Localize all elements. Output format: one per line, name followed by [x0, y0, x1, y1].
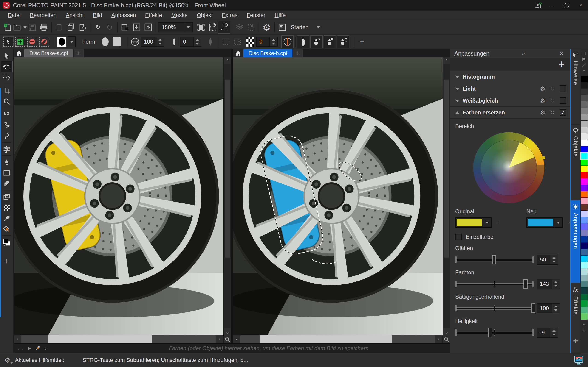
docker-tab-anpassungen[interactable]: Anpassungen	[571, 200, 580, 283]
chevron-down-icon[interactable]	[455, 76, 459, 78]
guidelines-button[interactable]	[218, 21, 230, 33]
chevron-up-icon[interactable]	[455, 111, 459, 114]
docker-tab-effekte[interactable]: fx Effekte	[571, 283, 580, 340]
scroll-right-icon[interactable]: ›	[435, 335, 442, 343]
palette-swatch[interactable]	[581, 172, 588, 178]
palette-swatch[interactable]	[581, 89, 588, 95]
palette-swatch[interactable]	[581, 268, 588, 275]
clone-tool[interactable]	[1, 109, 12, 120]
minimize-button[interactable]: –	[545, 0, 560, 10]
palette-swatch[interactable]	[581, 178, 588, 185]
palette-swatch[interactable]	[581, 230, 588, 236]
scroll-up-icon[interactable]: ⌃	[443, 57, 450, 64]
nib-size-spinbox[interactable]: 100	[141, 37, 156, 47]
menu-objekt[interactable]: Objekt	[192, 10, 217, 20]
mask-marquee-toggle[interactable]	[234, 21, 245, 33]
new-document-button[interactable]	[2, 21, 13, 33]
eyedropper-icon[interactable]	[498, 219, 499, 226]
mask-expand-icon[interactable]	[220, 36, 232, 48]
slider-handle[interactable]	[523, 279, 527, 289]
palette-swatch[interactable]	[581, 133, 588, 140]
color-proof-icon[interactable]	[574, 356, 584, 365]
rectangle-tool[interactable]	[1, 167, 12, 178]
strip-play-icon[interactable]: ▶	[28, 346, 31, 351]
original-color-picker[interactable]	[455, 217, 492, 227]
palette-swatch[interactable]	[581, 217, 588, 223]
reset-icon[interactable]: ↺	[550, 109, 555, 116]
original-color-chip[interactable]	[456, 218, 483, 227]
home-tab-icon[interactable]	[233, 49, 243, 57]
palette-scroll-down-icon[interactable]: ⌄	[580, 321, 588, 327]
save-button[interactable]	[27, 21, 38, 33]
hscrollbar-right[interactable]: ‹ ›	[233, 335, 450, 343]
mask-transform-tool[interactable]	[1, 72, 12, 83]
document-tab-b[interactable]: Disc Brake-b.cpt	[243, 49, 292, 57]
menu-fenster[interactable]: Fenster	[242, 10, 270, 20]
menu-maske[interactable]: Maske	[167, 10, 192, 20]
crop-tool[interactable]	[1, 85, 12, 96]
text-tool[interactable]: 字	[1, 144, 12, 154]
palette-swatch[interactable]	[581, 185, 588, 191]
starten-dropdown-arrow[interactable]	[317, 26, 320, 28]
color-drop-strip[interactable]: ⋮⋮ ▶ ‹ Farben (oder Objekte) hierher zie…	[14, 343, 450, 353]
helligkeit-value-box[interactable]: -9	[536, 327, 550, 338]
open-button[interactable]	[13, 21, 27, 33]
palette-swatch[interactable]	[581, 307, 588, 313]
object-pick-tool[interactable]	[1, 191, 12, 202]
add-adjustment-button[interactable]: +	[559, 59, 565, 69]
docker-tab-hinweise[interactable]: ? Hinweise	[571, 49, 580, 125]
import-button[interactable]	[120, 21, 131, 33]
close-button[interactable]: ×	[574, 0, 588, 10]
menu-bild[interactable]: Bild	[88, 10, 107, 20]
einzelfarbe-checkbox[interactable]	[455, 234, 462, 240]
scroll-right-icon[interactable]: ›	[216, 335, 223, 343]
new-color-chip[interactable]	[527, 218, 554, 227]
gear-icon[interactable]: ⚙	[540, 85, 545, 92]
home-tab-icon[interactable]	[14, 49, 24, 57]
palette-swatch[interactable]	[581, 223, 588, 230]
palette-swatch[interactable]	[581, 191, 588, 198]
menu-anpassen[interactable]: Anpassen	[107, 10, 141, 20]
palette-expand-icon[interactable]: »	[580, 327, 588, 334]
transparency-spinner[interactable]	[270, 37, 278, 47]
account-icon[interactable]	[531, 0, 545, 10]
palette-swatch[interactable]	[581, 281, 588, 288]
mask-mode-normal-button[interactable]	[3, 37, 13, 47]
palette-swatch[interactable]	[581, 166, 588, 172]
saettigung-spinner[interactable]	[552, 303, 560, 313]
palette-swatch[interactable]	[581, 146, 588, 153]
palette-swatch[interactable]	[581, 108, 588, 114]
section-farben-ersetzen[interactable]: Farben ersetzen ⚙ ↺ ✓	[450, 107, 570, 119]
document-tab-a[interactable]: Disc Brake-a.cpt	[24, 49, 73, 57]
add-tool-button[interactable]: +	[1, 256, 12, 267]
hscrollbar-left[interactable]: ‹ ›	[14, 335, 231, 343]
menu-hilfe[interactable]: Hilfe	[270, 10, 290, 20]
helligkeit-spinner[interactable]	[550, 327, 558, 338]
transparency-spinbox[interactable]: 0	[256, 37, 270, 47]
reset-icon[interactable]: ↺	[550, 97, 555, 104]
palette-swatch[interactable]	[581, 249, 588, 256]
gear-icon[interactable]: ⚙	[540, 97, 545, 104]
starten-label[interactable]: Starten	[291, 24, 309, 31]
fit-to-window-button[interactable]	[195, 21, 207, 33]
options-button[interactable]: ⚙	[261, 21, 272, 33]
pane-zoom-button[interactable]	[442, 335, 450, 343]
canvas-right[interactable]	[233, 57, 443, 335]
saettigung-value-box[interactable]: 100	[536, 303, 552, 313]
palette-scroll-up-icon[interactable]: ⌃	[580, 68, 588, 75]
nib-shape-preview[interactable]	[56, 36, 68, 48]
slider-handle[interactable]	[531, 303, 536, 313]
foreground-background-colors[interactable]	[1, 237, 12, 248]
palette-swatch[interactable]	[581, 243, 588, 249]
fill-tool[interactable]	[1, 224, 12, 234]
chevron-down-icon[interactable]	[455, 100, 459, 102]
scroll-left-icon[interactable]: ‹	[14, 335, 21, 343]
scroll-up-icon[interactable]: ⌃	[224, 57, 231, 64]
zoom-tool[interactable]	[1, 96, 12, 107]
palette-swatch[interactable]	[581, 140, 588, 146]
redo-button[interactable]: ↻	[104, 21, 115, 33]
scroll-down-icon[interactable]: ⌄	[443, 328, 450, 335]
paint-tool[interactable]	[1, 157, 12, 167]
palette-swatch[interactable]	[581, 236, 588, 243]
licht-enabled-checkbox[interactable]	[560, 85, 566, 92]
